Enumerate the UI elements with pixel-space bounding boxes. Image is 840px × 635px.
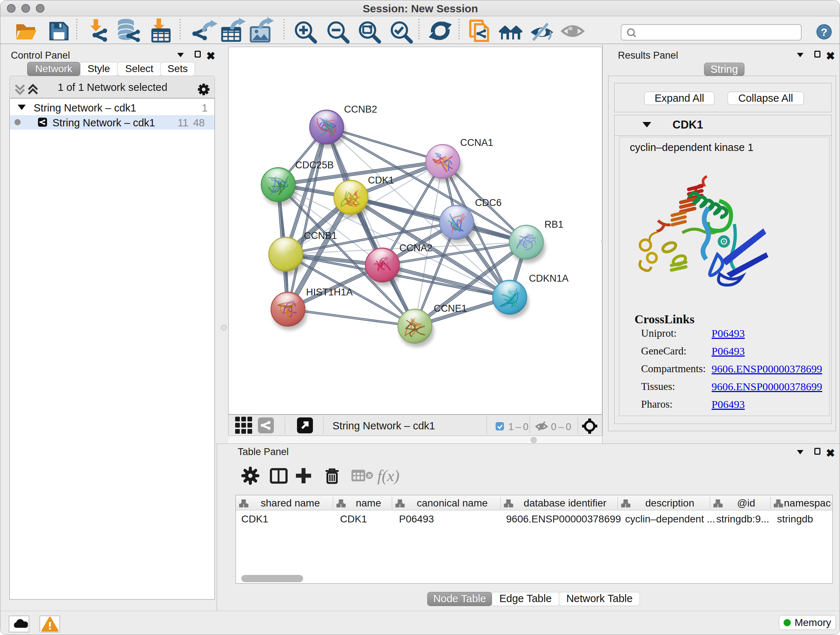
- svg-text:RB1: RB1: [545, 219, 564, 230]
- svg-text:CCNA2: CCNA2: [399, 242, 433, 253]
- svg-text:CDC25B: CDC25B: [295, 160, 334, 171]
- svg-text:CDC6: CDC6: [475, 197, 502, 208]
- svg-text:CCNB2: CCNB2: [344, 104, 377, 115]
- svg-text:CDK1: CDK1: [368, 175, 394, 186]
- svg-text:CCNB1: CCNB1: [304, 230, 337, 241]
- svg-text:CCNA1: CCNA1: [460, 137, 493, 148]
- svg-text:CDKN1A: CDKN1A: [529, 273, 569, 284]
- svg-text:HIST1H1A: HIST1H1A: [306, 287, 353, 298]
- svg-text:CCNE1: CCNE1: [434, 303, 467, 314]
